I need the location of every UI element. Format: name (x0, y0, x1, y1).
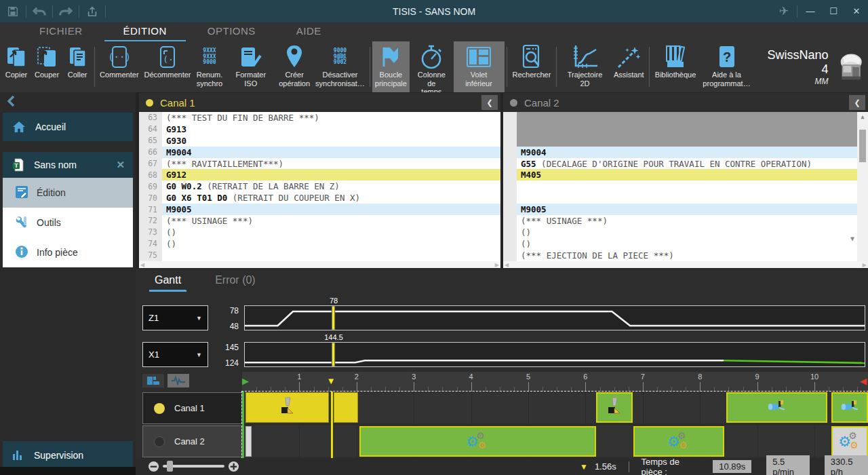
curves-view-button[interactable] (167, 374, 189, 387)
editor-body[interactable]: M9004G55 (DECALAGE D'ORIGINE POUR TRAVAI… (503, 112, 868, 261)
toolbar-button-coller[interactable]: Coller (62, 41, 92, 92)
sidebar-item-info-pi-ce[interactable]: Info pièce (3, 238, 133, 267)
gantt-view-button[interactable] (142, 374, 164, 387)
code-line[interactable]: 75 (139, 250, 500, 261)
menu-item-édition[interactable]: ÉDITION (103, 23, 187, 41)
gantt-block[interactable] (334, 392, 358, 423)
code-line[interactable]: 64G913 (139, 124, 500, 135)
code-line[interactable]: 63(*** TEST DU FIN DE BARRE ***) (139, 112, 500, 124)
toolbar-button-couper[interactable]: Couper (31, 41, 62, 92)
toolbar-button-d-commenter[interactable]: (·Décommenter (142, 41, 194, 92)
gantt-block[interactable] (596, 392, 633, 423)
code-line[interactable]: M9004 (503, 147, 868, 158)
channel-label-canal-2[interactable]: Canal 2 (142, 425, 242, 457)
scrollbar-thumb[interactable] (859, 130, 866, 162)
toolbar-button-boucle[interactable]: Boucle principale (372, 41, 410, 92)
toolbar-button-label: Boucle principale (375, 71, 407, 88)
code-line[interactable]: 66M9004 (139, 147, 500, 158)
toolbar-button-rechercher[interactable]: Rechercher (509, 41, 555, 92)
gantt-block[interactable] (245, 392, 329, 423)
minimize-button[interactable]: — (799, 0, 822, 22)
code-line[interactable]: () (503, 227, 868, 238)
sidebar-item-accueil[interactable]: Accueil (3, 113, 133, 141)
toolbar-button-cr-er[interactable]: Créer opération (276, 41, 313, 92)
menu-item-fichier[interactable]: FICHIER (19, 23, 103, 41)
line-text: () (162, 227, 500, 238)
airplane-mode-icon[interactable]: ✈ (772, 0, 795, 22)
scroll-down-icon[interactable]: ▼ (850, 235, 854, 242)
code-line[interactable]: (*** EJECTION DE LA PIECE ***) (503, 250, 868, 261)
time-cursor-icon[interactable]: ▼ (327, 376, 336, 386)
code-line[interactable]: 67(*** RAVITAILLEMENT***) (139, 158, 500, 170)
sidebar-collapse-icon[interactable] (5, 94, 18, 111)
gantt-block[interactable] (831, 392, 868, 423)
gantt-zoom-slider[interactable] (148, 460, 239, 472)
sidebar-item--dition[interactable]: Édition (3, 178, 133, 208)
toolbar-button-formater-iso[interactable]: Formater ISO (226, 41, 276, 92)
gantt-cursor-line[interactable] (331, 392, 333, 458)
code-line[interactable]: 72(*** USINAGE ***) (139, 215, 500, 227)
code-line[interactable]: 71M9005 (139, 204, 500, 215)
menu-item-aide[interactable]: AIDE (276, 23, 342, 41)
code-line[interactable]: 70G0 X6 T01 D0 (RETRAIT DU COUPEUR EN X) (139, 192, 500, 204)
code-line[interactable]: (*** USINAGE ***) (503, 215, 868, 227)
editor-body[interactable]: 63(*** TEST DU FIN DE BARRE ***)64G91365… (139, 112, 500, 261)
tab-error-0-[interactable]: Error (0) (215, 274, 256, 290)
toolbar-button-renum-[interactable]: 9XXX9XXX9000Renum. synchro (193, 41, 225, 92)
code-line[interactable]: 69G0 W0.2 (RETRAIT DE LA BARRE EN Z) (139, 180, 500, 192)
sidebar-document-tab[interactable]: T Sans nom ✕ (3, 152, 133, 178)
code-line[interactable]: 65G930 (139, 135, 500, 147)
horizontal-scrollbar[interactable]: ◀▶ (139, 261, 500, 268)
tab-gantt[interactable]: Gantt (155, 274, 181, 290)
channel-label-canal-1[interactable]: Canal 1 (142, 392, 242, 424)
toolbar-button-label: Désactiver synchronisat… (315, 71, 365, 88)
toolbar-button-colonne-de[interactable]: Colonne de temps (410, 41, 453, 92)
vertical-scrollbar[interactable]: ▲ (857, 112, 868, 261)
gantt-block[interactable] (726, 392, 827, 423)
machine-photo[interactable] (834, 52, 868, 82)
axis-select-x1[interactable]: X1 ▼ (142, 342, 208, 367)
sidebar-item-outils[interactable]: Outils (3, 208, 133, 238)
close-document-icon[interactable]: ✕ (116, 159, 125, 171)
toolbar-button-biblioth-que[interactable]: Bibliothèque (652, 41, 700, 92)
code-line[interactable]: M405 (503, 169, 868, 180)
gantt-block[interactable]: ⚙⚙⚙ (359, 426, 596, 457)
gantt-block[interactable] (245, 426, 251, 457)
toolbar-separator (649, 47, 650, 87)
close-button[interactable]: ✕ (845, 0, 868, 22)
code-line[interactable] (503, 192, 868, 204)
library-icon (663, 44, 688, 70)
toolbar-button-trajectoire-2d[interactable]: Trajectoire 2D (559, 41, 610, 92)
code-line[interactable]: 74() (139, 238, 500, 250)
horizontal-scrollbar[interactable]: ◀▶ (503, 261, 868, 268)
toolbar-button-volet-inf-rieur[interactable]: Volet inférieur (454, 41, 505, 92)
gantt-block[interactable]: ⚙⚙⚙ (633, 426, 724, 457)
zoom-out-icon[interactable] (148, 461, 159, 472)
start-marker-icon[interactable]: ▶ (242, 376, 249, 386)
toolbar-button-copier[interactable]: Copier (1, 41, 31, 92)
code-line[interactable]: G55 (DECALAGE D'ORIGINE POUR TRAVAIL EN … (503, 158, 868, 170)
code-line[interactable]: 68G912 (139, 169, 500, 180)
slider-thumb[interactable] (167, 461, 173, 472)
toolbar-button-label: Créer opération (279, 71, 310, 88)
toolbar-button-assistant[interactable]: Assistant (611, 41, 647, 92)
collapse-editor-icon[interactable]: ❮ (481, 95, 498, 110)
maximize-button[interactable]: ☐ (822, 0, 845, 22)
ruler-minor-tick (772, 387, 772, 392)
code-line[interactable]: M9005 (503, 204, 868, 215)
axis-select-z1[interactable]: Z1 ▼ (142, 305, 208, 330)
toolbar-button-d-sactiver[interactable]: 900090019002⊘Désactiver synchronisat… (313, 41, 367, 92)
sidebar-item-supervision[interactable]: Supervision (3, 441, 133, 470)
menu-item-options[interactable]: OPTIONS (187, 23, 276, 41)
zoom-in-icon[interactable] (228, 461, 239, 472)
gantt-block[interactable]: ⚙⚙⚙ (831, 426, 868, 457)
line-number: 74 (139, 238, 162, 250)
gantt-time-ruler[interactable]: 12345678910 (242, 372, 868, 392)
code-line[interactable] (503, 180, 868, 192)
collapse-editor-icon[interactable]: ❮ (849, 95, 865, 110)
toolbar-button-commenter[interactable]: (··)Commenter (97, 41, 142, 92)
end-marker-icon[interactable]: ◀ (860, 376, 867, 386)
code-line[interactable]: () (503, 238, 868, 250)
toolbar-button-aide-la[interactable]: ?Aide à la programmat… (699, 41, 753, 92)
code-line[interactable]: 73() (139, 227, 500, 238)
